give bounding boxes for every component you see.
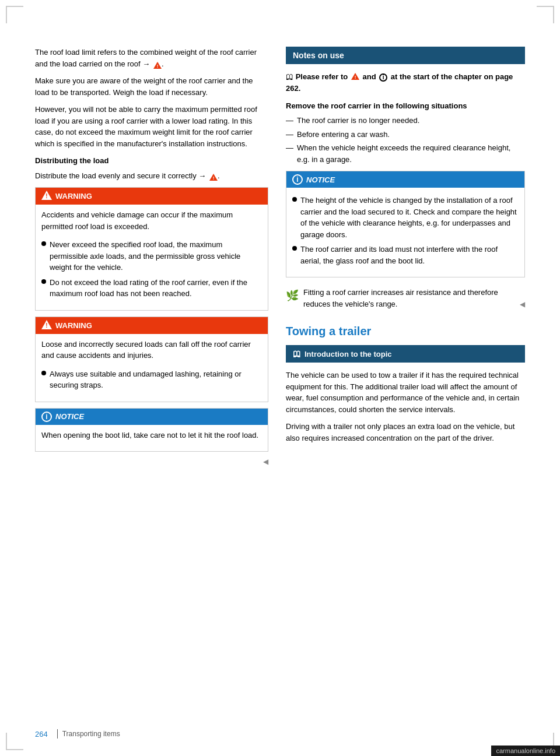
notice-box-2: i NOTICE The height of the vehicle is ch… — [286, 171, 525, 277]
towing-text-1: The vehicle can be used to tow a trailer… — [286, 370, 525, 415]
tip-box: 🌿 Fitting a roof carrier increases air r… — [286, 283, 525, 313]
svg-text:!: ! — [46, 322, 47, 329]
list-item: The height of the vehicle is changed by … — [292, 195, 519, 240]
info-inline: i — [379, 73, 387, 82]
back-arrow-left: ◀ — [35, 458, 268, 466]
inline-warning-icon-2: ! — [209, 173, 218, 180]
leaf-icon: 🌿 — [286, 288, 299, 304]
list-item: Always use suitable and undamaged lashin… — [41, 368, 262, 391]
bullet-dot — [292, 246, 297, 251]
bullet-dot — [292, 197, 297, 202]
content-area: The roof load limit refers to the combin… — [0, 0, 560, 512]
notice-body-2: The height of the vehicle is changed by … — [286, 188, 524, 277]
svg-text:!: ! — [46, 193, 47, 199]
warning-box-2: ! WARNING Loose and incorrectly secured … — [35, 317, 268, 402]
svg-text:!: ! — [213, 175, 215, 181]
footer-section-label: Transporting items — [62, 730, 120, 738]
bullet-dot — [41, 241, 46, 246]
intro-text-1: The roof load limit refers to the combin… — [35, 47, 268, 69]
list-item: Never exceed the specified roof load, th… — [41, 239, 262, 273]
intro-text-3: However, you will not be able to carry t… — [35, 104, 268, 149]
warning-triangle-icon-2: ! — [41, 320, 52, 331]
warning-2-body-text: Loose and incorrectly secured loads can … — [41, 339, 262, 361]
towing-heading: Towing a trailer — [286, 325, 525, 338]
remove-bullets: — The roof carrier is no longer needed. … — [286, 115, 525, 165]
bullet-dot — [41, 371, 46, 375]
back-arrow-right: ◀ — [520, 299, 525, 310]
notes-on-use-header: Notes on use — [286, 47, 525, 64]
left-column: The roof load limit refers to the combin… — [35, 47, 268, 466]
notice-header-1: i NOTICE — [36, 409, 268, 425]
book-icon: 🕮 — [293, 349, 301, 358]
intro-text-2: Make sure you are aware of the weight of… — [35, 75, 268, 98]
watermark: carmanualonline.info — [491, 746, 560, 756]
book-icon-inline: 🕮 — [286, 72, 296, 81]
warning-header-1: ! WARNING — [36, 188, 268, 205]
bullet-dot — [41, 279, 46, 284]
corner-tl — [6, 6, 23, 23]
svg-text:!: ! — [157, 64, 159, 69]
page-number: 264 — [35, 730, 48, 739]
notice-1-text: When opening the boot lid, take care not… — [41, 430, 262, 441]
warning-body-2: Loose and incorrectly secured loads can … — [36, 334, 268, 402]
footer-separator — [57, 729, 58, 739]
corner-tr — [537, 6, 554, 23]
intro-topic-header: 🕮 Introduction to the topic — [286, 345, 525, 363]
corner-bl — [6, 733, 23, 750]
notice-header-2: i NOTICE — [286, 171, 524, 188]
page: The roof load limit refers to the combin… — [0, 0, 560, 756]
page-footer: 264 Transporting items — [35, 729, 120, 739]
warning-triangle-icon-1: ! — [41, 191, 52, 202]
warn-inline: ! — [351, 72, 359, 83]
warning-1-body-text: Accidents and vehicle damage can occur i… — [41, 209, 262, 232]
warning-header-2: ! WARNING — [36, 317, 268, 334]
list-item: — Before entering a car wash. — [286, 129, 525, 140]
warning-2-bullets: Always use suitable and undamaged lashin… — [41, 366, 262, 397]
right-column: Notes on use 🕮 Please refer to ! and i a… — [286, 47, 525, 466]
remove-heading: Remove the roof carrier in the following… — [286, 100, 525, 112]
notice-body-1: When opening the boot lid, take care not… — [36, 425, 268, 452]
inline-warning-icon-1: ! — [153, 61, 162, 68]
notice-icon-2: i — [292, 174, 303, 185]
notes-refer-text: 🕮 Please refer to ! and i at the start o… — [286, 71, 525, 94]
notice-icon-1: i — [41, 412, 52, 422]
notice-box-1: i NOTICE When opening the boot lid, take… — [35, 408, 268, 452]
tip-text: Fitting a roof carrier increases air re­… — [303, 287, 515, 310]
towing-text-2: Driving with a trailer not only places a… — [286, 421, 525, 444]
list-item: — When the vehicle height exceeds the re… — [286, 142, 525, 165]
list-item: The roof carrier and its load must not i… — [292, 244, 519, 266]
distributing-heading: Distributing the load — [35, 155, 268, 167]
warning-box-1: ! WARNING Accidents and vehicle damage c… — [35, 187, 268, 311]
svg-text:!: ! — [355, 75, 356, 80]
notice-2-bullets: The height of the vehicle is changed by … — [292, 192, 519, 272]
warning-1-bullets: Never exceed the specified roof load, th… — [41, 237, 262, 305]
list-item: Do not exceed the load rating of the roo… — [41, 277, 262, 300]
warning-body-1: Accidents and vehicle damage can occur i… — [36, 205, 268, 310]
list-item: — The roof carrier is no longer needed. — [286, 115, 525, 126]
distributing-text: Distribute the load evenly and secure it… — [35, 170, 268, 182]
